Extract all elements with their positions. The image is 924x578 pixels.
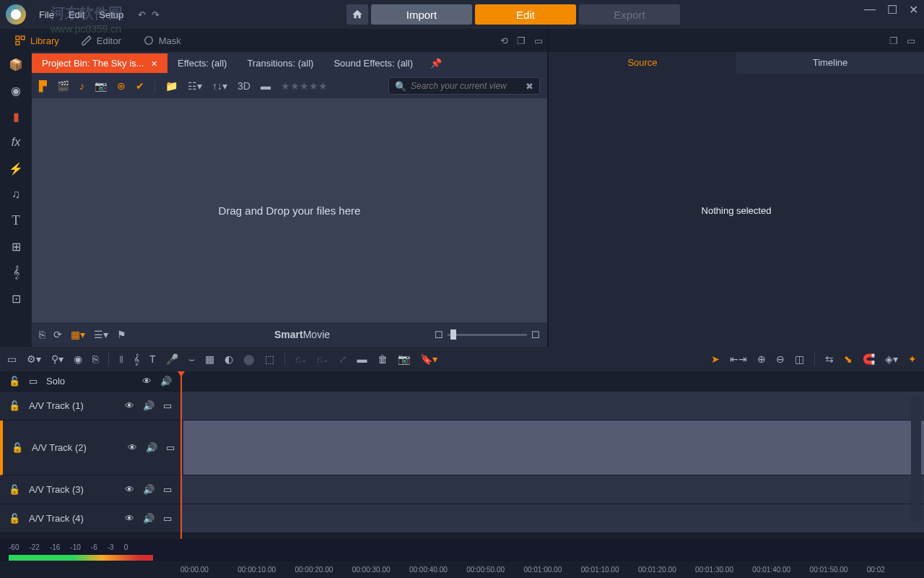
vertical-scrollbar[interactable] [911, 396, 921, 522]
sidebar-folder-icon[interactable]: ▮ [7, 108, 25, 124]
minimize-button[interactable]: — [864, 3, 876, 17]
tl-ducking-icon[interactable]: ⌣ [188, 353, 195, 366]
home-button[interactable] [346, 4, 368, 25]
tl-snap-icon[interactable]: ⇆ [825, 353, 834, 365]
tl-copy-icon[interactable]: ⎘ [92, 353, 98, 365]
menu-file[interactable]: File [33, 7, 60, 23]
track-name[interactable]: A/V Track (3) [29, 484, 116, 495]
close-button[interactable]: ✕ [909, 3, 918, 17]
edit-button[interactable]: Edit [475, 4, 576, 25]
libtab-projectbin[interactable]: Project Bin: The Sky is... ✕ [32, 53, 167, 73]
search-input[interactable] [411, 81, 521, 91]
sidebar-fx-icon[interactable]: fx [7, 134, 25, 150]
clear-search-icon[interactable]: ✖ [526, 81, 533, 92]
visibility-icon[interactable]: 👁 [125, 400, 134, 411]
tl-slip-icon[interactable]: ⤢ [339, 353, 347, 365]
visibility-all-icon[interactable]: 👁 [142, 376, 152, 387]
tl-title-icon[interactable]: T [149, 353, 156, 365]
track-name[interactable]: A/V Track (1) [29, 400, 116, 411]
tl-disc-icon[interactable]: ◉ [74, 353, 82, 365]
tl-snapshot-icon[interactable]: 📷 [398, 353, 410, 365]
track-row-3[interactable]: 🔓 A/V Track (3) 👁 🔊 ▭ [0, 475, 924, 504]
libtab-soundeffects[interactable]: Sound Effects: (all) [323, 53, 423, 73]
lock-icon[interactable]: 🔓 [9, 513, 20, 524]
menu-setup[interactable]: Setup [93, 7, 129, 23]
tab-library[interactable]: Library [4, 30, 69, 51]
refresh-icon[interactable]: ⟲ [500, 35, 508, 46]
track-name[interactable]: A/V Track (2) [32, 442, 119, 453]
tl-pointer-icon[interactable]: ➤ [711, 353, 720, 365]
solo-label[interactable]: Solo [46, 376, 134, 387]
redo-icon[interactable]: ↷ [152, 9, 160, 20]
mute-icon[interactable]: 🔊 [143, 513, 154, 524]
libtab-effects[interactable]: Effects: (all) [167, 53, 237, 73]
mute-icon[interactable]: 🔊 [146, 442, 157, 453]
tl-voiceover-icon[interactable]: 🎤 [166, 353, 178, 365]
preview-fullscreen-icon[interactable]: ▭ [907, 35, 915, 46]
visibility-icon[interactable]: 👁 [125, 484, 134, 495]
libtab-transitions[interactable]: Transitions: (all) [237, 53, 323, 73]
import-button[interactable]: Import [371, 4, 472, 25]
storyboard-icon[interactable]: ▭ [29, 376, 38, 387]
list-view-icon[interactable]: ☰▾ [94, 329, 108, 340]
smartmovie-button[interactable]: SmartMovie [274, 329, 330, 340]
track-row-1[interactable]: 🔓 A/V Track (1) 👁 🔊 ▭ [0, 392, 924, 420]
import-media-icon[interactable]: ▛ [39, 80, 47, 92]
tl-settings-icon[interactable]: ⚙▾ [27, 353, 41, 365]
copy-icon[interactable]: ⎘ [39, 329, 45, 340]
tl-multicam-icon[interactable]: ▦ [205, 353, 214, 365]
popout-icon[interactable]: ❐ [517, 35, 526, 46]
playhead[interactable] [180, 371, 182, 539]
sidebar-projectbin-icon[interactable]: 📦 [7, 56, 25, 72]
photo-filter-icon[interactable]: 📷 [95, 80, 107, 92]
mute-icon[interactable]: 🔊 [143, 400, 154, 411]
tl-clef-icon[interactable]: 𝄞 [134, 353, 139, 366]
check-icon[interactable]: ✔ [136, 80, 144, 92]
monitor-icon[interactable]: ▭ [166, 442, 175, 453]
zoom-track[interactable] [448, 334, 527, 336]
lock-icon[interactable]: 🔓 [9, 484, 20, 495]
track-lane[interactable] [183, 420, 924, 475]
menu-edit[interactable]: Edit [63, 7, 90, 23]
tl-trash-icon[interactable]: 🗑 [378, 353, 388, 365]
tl-display-icon[interactable]: ▭ [7, 353, 17, 365]
tl-magnet-icon[interactable]: 🧲 [863, 353, 875, 365]
tl-marker-add-icon[interactable]: 🔖▾ [420, 353, 437, 365]
sidebar-music-icon[interactable]: ♫ [7, 186, 25, 202]
mute-all-icon[interactable]: 🔊 [160, 376, 172, 387]
preview-tab-timeline[interactable]: Timeline [736, 52, 924, 74]
video-filter-icon[interactable]: 🎬 [57, 80, 69, 92]
grid-view-icon[interactable]: ▦▾ [71, 329, 85, 340]
monitor-icon[interactable]: ▭ [163, 400, 172, 411]
tl-mixer-icon[interactable]: ⫴ [119, 353, 123, 366]
tl-delete-mode-icon[interactable]: ▬ [357, 353, 367, 365]
undo-icon[interactable]: ↶ [138, 9, 146, 20]
drop-zone[interactable]: Drag and Drop your files here [32, 98, 547, 322]
visibility-icon[interactable]: 👁 [128, 442, 137, 453]
sync-icon[interactable]: ⟳ [53, 329, 62, 340]
tl-insert-icon[interactable]: ⬊ [844, 353, 853, 365]
tl-fit-icon[interactable]: ⇤⇥ [730, 353, 747, 365]
sidebar-reel-icon[interactable]: ◉ [7, 82, 25, 98]
monitor-icon[interactable]: ▭ [163, 513, 172, 524]
tl-toggle-icon[interactable]: ✦ [908, 353, 917, 365]
folder-open-icon[interactable]: 📁 [165, 80, 178, 92]
track-row-4[interactable]: 🔓 A/V Track (4) 👁 🔊 ▭ [0, 504, 924, 533]
track-lane[interactable] [180, 392, 924, 420]
mute-icon[interactable]: 🔊 [143, 484, 154, 495]
tl-trim-icon[interactable]: ⎌▾ [317, 353, 328, 365]
sidebar-template-icon[interactable]: ⊡ [7, 290, 25, 306]
sort-icon[interactable]: ↑↓▾ [212, 80, 227, 92]
tl-zoomin-icon[interactable]: ⊕ [757, 353, 766, 365]
project-filter-icon[interactable]: ⊛ [117, 80, 126, 92]
thumbnail-zoom-slider[interactable]: ☐ ☐ [435, 329, 540, 340]
sidebar-montage-icon[interactable]: ⊞ [7, 238, 25, 254]
tl-link-icon[interactable]: ⬤ [243, 353, 255, 365]
track-lane[interactable] [180, 504, 924, 532]
export-button[interactable]: Export [579, 4, 680, 25]
close-tab-icon[interactable]: ✕ [151, 59, 157, 68]
tl-keyframe-icon[interactable]: ◈▾ [885, 353, 898, 365]
visibility-icon[interactable]: 👁 [125, 513, 134, 524]
lock-all-icon[interactable]: 🔓 [9, 376, 20, 387]
tab-mask[interactable]: Mask [133, 30, 191, 51]
